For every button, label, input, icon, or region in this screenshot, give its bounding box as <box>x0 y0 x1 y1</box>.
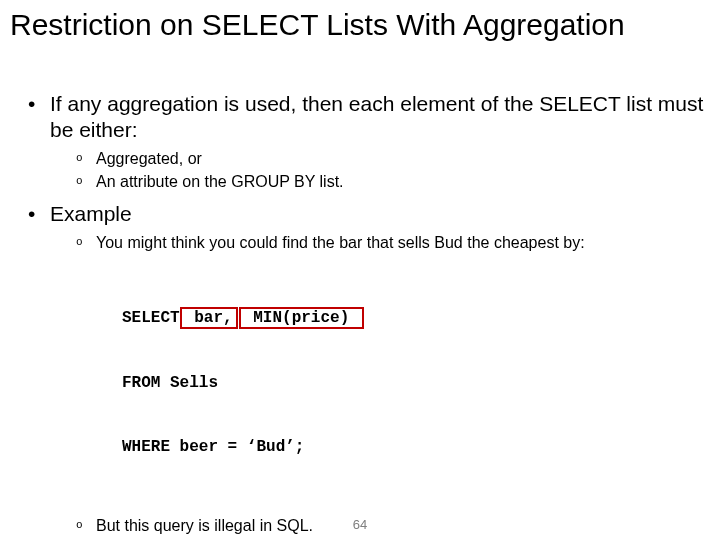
sql-code: SELECT bar, MIN(price) FROM Sells WHERE … <box>122 264 710 503</box>
code-kw-select: SELECT <box>122 309 180 327</box>
bullet-2: Example You might think you could find t… <box>50 201 710 540</box>
slide: Restriction on SELECT Lists With Aggrega… <box>0 0 720 540</box>
code-line-1: SELECT bar, MIN(price) <box>122 307 710 330</box>
bullet-1-sublist: Aggregated, or An attribute on the GROUP… <box>50 149 710 193</box>
code-line-3: WHERE beer = ‘Bud’; <box>122 437 710 459</box>
slide-title: Restriction on SELECT Lists With Aggrega… <box>10 8 710 43</box>
bullet-1-sub-2: An attribute on the GROUP BY list. <box>96 172 710 193</box>
code-line-2: FROM Sells <box>122 373 710 395</box>
bullet-2-text: Example <box>50 202 132 225</box>
bullet-list: If any aggregation is used, then each el… <box>10 91 710 541</box>
bullet-2-sublist: You might think you could find the bar t… <box>50 233 710 540</box>
highlight-bar: bar, <box>180 307 238 329</box>
highlight-minprice: MIN(price) <box>239 307 364 329</box>
bullet-2-sub-1: You might think you could find the bar t… <box>96 233 710 502</box>
page-number: 64 <box>0 517 720 532</box>
bullet-2-sub-1-text: You might think you could find the bar t… <box>96 234 585 251</box>
bullet-1: If any aggregation is used, then each el… <box>50 91 710 193</box>
bullet-1-sub-1: Aggregated, or <box>96 149 710 170</box>
bullet-1-text: If any aggregation is used, then each el… <box>50 92 703 141</box>
